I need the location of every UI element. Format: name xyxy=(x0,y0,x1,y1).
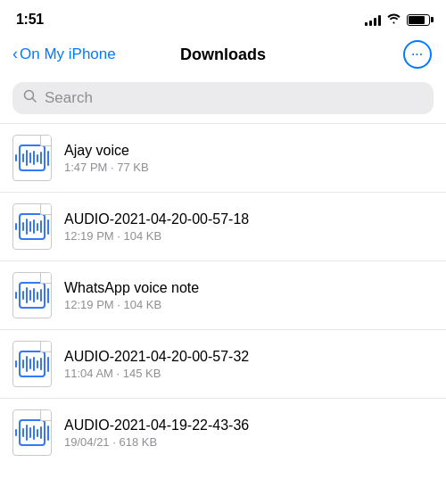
file-icon xyxy=(12,272,52,318)
file-icon xyxy=(12,135,52,181)
file-info: Ajay voice 1:47 PM · 77 KB xyxy=(64,143,432,174)
file-corner xyxy=(40,410,51,421)
file-list: Ajay voice 1:47 PM · 77 KB AUDIO-2021-04… xyxy=(0,124,446,467)
file-name: AUDIO-2021-04-19-22-43-36 xyxy=(64,417,432,434)
file-meta: 12:19 PM · 104 KB xyxy=(64,298,432,311)
signal-icon xyxy=(365,13,381,26)
file-icon xyxy=(12,341,52,387)
page-title: Downloads xyxy=(180,45,266,64)
back-button[interactable]: ‹ On My iPhone xyxy=(7,42,121,67)
file-corner xyxy=(40,342,51,352)
wave-bars xyxy=(15,287,50,303)
list-item[interactable]: AUDIO-2021-04-19-22-43-36 19/04/21 · 618… xyxy=(0,399,446,467)
file-corner xyxy=(40,273,51,284)
status-bar: 1:51 xyxy=(0,0,446,34)
file-info: AUDIO-2021-04-20-00-57-18 12:19 PM · 104… xyxy=(64,211,432,243)
status-icons xyxy=(365,12,430,27)
file-info: AUDIO-2021-04-19-22-43-36 19/04/21 · 618… xyxy=(64,417,432,449)
file-meta: 1:47 PM · 77 KB xyxy=(64,161,432,174)
audio-wave-icon xyxy=(19,213,45,240)
file-corner xyxy=(40,204,51,215)
ellipsis-icon: ··· xyxy=(411,48,423,61)
wave-bars xyxy=(15,356,50,372)
audio-wave-icon xyxy=(19,145,45,171)
more-button[interactable]: ··· xyxy=(403,40,432,69)
nav-bar: ‹ On My iPhone Downloads ··· xyxy=(0,34,446,78)
file-name: Ajay voice xyxy=(64,143,432,159)
file-meta: 11:04 AM · 145 KB xyxy=(64,367,432,380)
file-name: WhatsApp voice note xyxy=(64,280,432,296)
file-name: AUDIO-2021-04-20-00-57-18 xyxy=(64,211,432,227)
search-container: Search xyxy=(0,78,446,123)
file-meta: 19/04/21 · 618 KB xyxy=(64,435,432,449)
battery-icon xyxy=(407,14,430,26)
list-item[interactable]: Ajay voice 1:47 PM · 77 KB xyxy=(0,124,446,193)
file-meta: 12:19 PM · 104 KB xyxy=(64,229,432,243)
audio-wave-icon xyxy=(19,282,45,309)
search-bar[interactable]: Search xyxy=(12,82,434,114)
file-corner xyxy=(40,136,51,146)
search-icon xyxy=(23,89,37,107)
wave-bars xyxy=(15,150,50,166)
file-info: WhatsApp voice note 12:19 PM · 104 KB xyxy=(64,280,432,311)
list-item[interactable]: AUDIO-2021-04-20-00-57-32 11:04 AM · 145… xyxy=(0,330,446,399)
wave-bars xyxy=(15,219,50,235)
file-icon xyxy=(12,203,52,250)
back-label: On My iPhone xyxy=(20,45,116,63)
file-info: AUDIO-2021-04-20-00-57-32 11:04 AM · 145… xyxy=(64,349,432,380)
audio-wave-icon xyxy=(19,419,45,446)
audio-wave-icon xyxy=(19,351,45,377)
wifi-icon xyxy=(386,12,401,27)
file-name: AUDIO-2021-04-20-00-57-32 xyxy=(64,349,432,365)
search-placeholder: Search xyxy=(45,89,93,107)
back-chevron-icon: ‹ xyxy=(12,45,18,63)
list-item[interactable]: WhatsApp voice note 12:19 PM · 104 KB xyxy=(0,261,446,330)
file-icon xyxy=(12,409,52,456)
status-time: 1:51 xyxy=(16,12,44,28)
wave-bars xyxy=(15,425,50,441)
list-item[interactable]: AUDIO-2021-04-20-00-57-18 12:19 PM · 104… xyxy=(0,193,446,261)
